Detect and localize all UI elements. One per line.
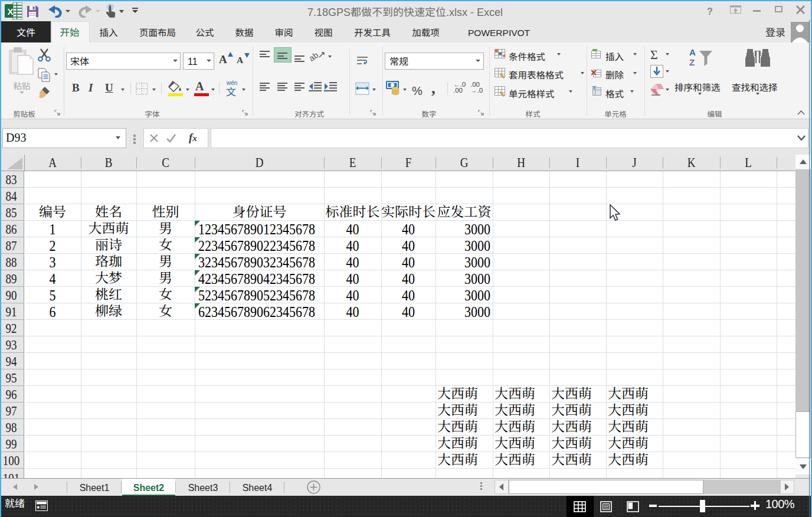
svg-text:≠: ≠ — [503, 52, 506, 58]
